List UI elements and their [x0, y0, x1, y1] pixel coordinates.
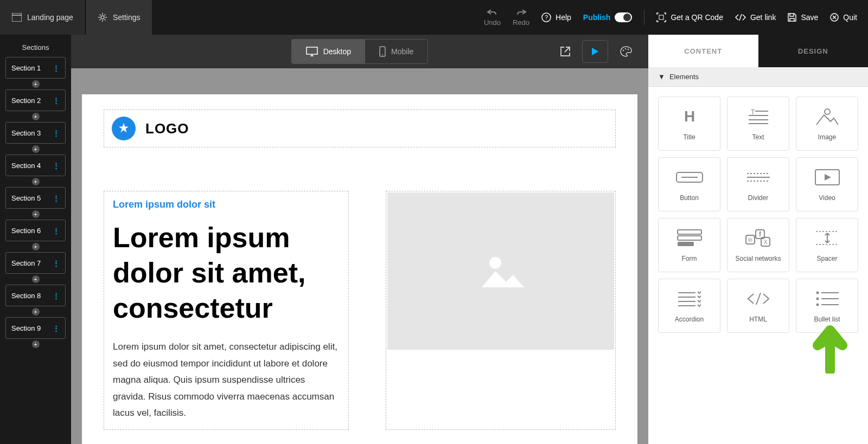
- element-video[interactable]: Video: [796, 157, 858, 211]
- mobile-view-button[interactable]: Mobile: [365, 40, 427, 63]
- title-icon: H: [680, 106, 699, 127]
- section-more-icon[interactable]: ⋮: [53, 292, 60, 300]
- help-button[interactable]: ? Help: [541, 12, 571, 22]
- section-item[interactable]: Section 7⋮: [5, 252, 66, 274]
- element-divider[interactable]: Divider: [727, 157, 789, 211]
- svg-text:H: H: [684, 108, 694, 125]
- play-icon: [591, 47, 599, 56]
- section-item[interactable]: Section 3⋮: [5, 122, 66, 144]
- code-icon: [735, 14, 746, 21]
- image-placeholder-icon: [476, 252, 525, 290]
- svg-point-9: [382, 54, 383, 55]
- save-icon: [788, 13, 796, 22]
- section-more-icon[interactable]: ⋮: [53, 64, 60, 72]
- toggle-switch[interactable]: [615, 12, 632, 22]
- element-text[interactable]: TText: [727, 96, 789, 151]
- svg-text:?: ?: [545, 14, 548, 21]
- section-label: Section 5: [11, 194, 41, 202]
- element-spacer[interactable]: Spacer: [796, 218, 858, 272]
- desktop-icon: [306, 47, 318, 56]
- element-label: Bullet list: [814, 316, 840, 323]
- add-section-button[interactable]: +: [32, 80, 40, 88]
- logo-badge: [112, 117, 136, 140]
- close-icon: [830, 13, 839, 22]
- open-external-icon[interactable]: [560, 47, 570, 56]
- settings-label: Settings: [113, 13, 141, 22]
- svg-point-20: [825, 109, 830, 114]
- content-tab[interactable]: CONTENT: [648, 35, 758, 67]
- quit-button[interactable]: Quit: [830, 13, 857, 22]
- chevron-down-icon: ▼: [658, 73, 665, 81]
- element-label: Video: [819, 194, 835, 202]
- add-section-button[interactable]: +: [32, 308, 40, 316]
- section-label: Section 4: [11, 162, 41, 170]
- add-section-button[interactable]: +: [32, 145, 40, 153]
- element-image[interactable]: Image: [796, 96, 858, 151]
- section-item[interactable]: Section 2⋮: [5, 89, 66, 111]
- preview-button[interactable]: [582, 40, 608, 63]
- logo-block[interactable]: LOGO: [104, 110, 616, 147]
- image-block[interactable]: [386, 191, 616, 430]
- svg-rect-5: [659, 15, 663, 20]
- text-icon: T: [748, 106, 769, 127]
- add-section-button[interactable]: +: [32, 275, 40, 283]
- redo-button[interactable]: Redo: [513, 9, 529, 27]
- getlink-button[interactable]: Get link: [735, 13, 776, 22]
- settings-tab[interactable]: Settings: [86, 0, 152, 35]
- element-title[interactable]: HTitle: [658, 96, 720, 151]
- hint-arrow-icon: [811, 325, 849, 374]
- element-label: Title: [683, 133, 695, 141]
- section-item[interactable]: Section 1⋮: [5, 57, 66, 79]
- section-more-icon[interactable]: ⋮: [53, 129, 60, 137]
- svg-rect-29: [678, 242, 694, 246]
- design-tab[interactable]: DESIGN: [758, 35, 869, 67]
- save-button[interactable]: Save: [788, 13, 818, 22]
- element-button[interactable]: Button: [658, 157, 720, 211]
- svg-point-11: [625, 48, 626, 49]
- mobile-icon: [379, 46, 386, 57]
- element-label: Form: [682, 255, 697, 262]
- add-section-button[interactable]: +: [32, 243, 40, 250]
- section-item[interactable]: Section 9⋮: [5, 317, 66, 339]
- svg-text:f: f: [759, 230, 762, 238]
- desktop-view-button[interactable]: Desktop: [292, 40, 365, 63]
- svg-point-13: [489, 257, 501, 269]
- section-item[interactable]: Section 8⋮: [5, 285, 66, 306]
- sections-title: Sections: [0, 40, 71, 57]
- section-more-icon[interactable]: ⋮: [53, 162, 60, 170]
- undo-button[interactable]: Undo: [484, 9, 501, 27]
- add-section-button[interactable]: +: [32, 178, 40, 185]
- body-text: Lorem ipsum dolor sit amet, consectetur …: [113, 339, 340, 422]
- canvas[interactable]: LOGO Lorem ipsum dolor sit Lorem ipsum d…: [71, 68, 648, 444]
- qr-button[interactable]: Get a QR Code: [656, 12, 723, 22]
- svg-point-10: [623, 50, 624, 51]
- section-label: Section 2: [11, 96, 41, 105]
- add-section-button[interactable]: +: [32, 210, 40, 218]
- palette-icon[interactable]: [620, 46, 632, 57]
- section-more-icon[interactable]: ⋮: [53, 259, 60, 267]
- add-section-button[interactable]: +: [32, 113, 40, 120]
- element-form[interactable]: Form: [658, 218, 720, 272]
- redo-icon: [516, 9, 527, 16]
- section-more-icon[interactable]: ⋮: [53, 227, 60, 235]
- section-more-icon[interactable]: ⋮: [53, 194, 60, 202]
- section-item[interactable]: Section 6⋮: [5, 220, 66, 241]
- spacer-icon: [815, 228, 840, 248]
- element-html[interactable]: HTML: [727, 279, 789, 333]
- landing-page-tab[interactable]: Landing page: [0, 0, 86, 35]
- section-item[interactable]: Section 5⋮: [5, 187, 66, 209]
- section-item[interactable]: Section 4⋮: [5, 155, 66, 176]
- text-block[interactable]: Lorem ipsum dolor sit Lorem ipsum dolor …: [104, 191, 349, 430]
- elements-header[interactable]: ▼ Elements: [648, 67, 868, 87]
- element-label: Text: [752, 133, 764, 141]
- publish-toggle[interactable]: Publish: [583, 12, 633, 22]
- section-label: Section 1: [11, 64, 41, 72]
- section-more-icon[interactable]: ⋮: [53, 324, 60, 332]
- help-icon: ?: [541, 12, 551, 22]
- element-social-networks[interactable]: infXSocial networks: [727, 218, 789, 272]
- add-section-button[interactable]: +: [32, 340, 40, 348]
- landing-page-label: Landing page: [27, 13, 73, 22]
- button-icon: [676, 167, 703, 188]
- element-accordion[interactable]: Accordion: [658, 279, 720, 333]
- section-more-icon[interactable]: ⋮: [53, 96, 60, 105]
